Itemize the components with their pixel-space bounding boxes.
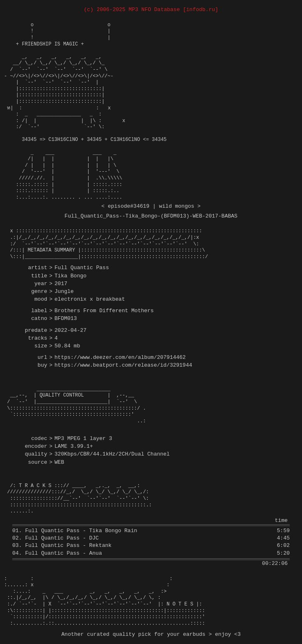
- year-value: 2017: [55, 280, 67, 288]
- track-row: 02. Full Quantic Pass - DJC 4:45: [12, 535, 290, 542]
- title-row: title > Tika Bongo: [12, 272, 290, 280]
- quality-value: 320Kbps/CBR/44.1kHz/2CH/Dual Channel: [55, 451, 170, 458]
- quality-row: quality > 320Kbps/CBR/44.1kHz/2CH/Dual C…: [12, 451, 290, 458]
- title-label: title: [12, 272, 49, 280]
- mood-row: mood > electronix x breakbeat: [12, 296, 290, 303]
- genre-row: genre > Jungle: [12, 288, 290, 295]
- source-label: source: [12, 459, 49, 466]
- tracks-total: 00:22:06: [12, 560, 290, 567]
- top-ascii-art: o o ! | ! | + FRIENDSHIP IS MAGIC + _, _…: [4, 16, 298, 201]
- label-value: Brothers From Different Mothers: [55, 307, 154, 315]
- codec-row: codec > MP3 MPEG 1 layer 3: [12, 435, 290, 442]
- url-label: url: [12, 354, 49, 361]
- artist-label: artist: [12, 264, 49, 272]
- track-4-title: 04. Full Quantic Pass - Anua: [12, 550, 102, 557]
- predate-value: 2022-04-27: [55, 327, 87, 334]
- bottom-ascii-art: : x : : : .....: <: [4, 643, 298, 644]
- episode-info: < episode#34619 | wild mongos >: [4, 203, 298, 210]
- predate-row: predate > 2022-04-27: [12, 327, 290, 334]
- size-value: 50.84 mb: [55, 342, 80, 350]
- size-label: size: [12, 342, 49, 350]
- buy-row: buy > https://www.beatport.com/release/i…: [12, 362, 290, 369]
- mood-label: mood: [12, 296, 49, 303]
- track-row: 01. Full Quantic Pass - Tika Bongo Rain …: [12, 527, 290, 535]
- source-value: WEB: [55, 459, 64, 466]
- label-label: label: [12, 307, 49, 315]
- url-row: url > https://www.deezer.com/en/album/20…: [12, 354, 290, 361]
- tracks-section: time 01. Full Quantic Pass - Tika Bongo …: [4, 517, 298, 567]
- encoder-row: encoder > LAME 3.99.1+: [12, 443, 290, 450]
- quality-section: codec > MP3 MPEG 1 layer 3 encoder > LAM…: [4, 435, 298, 466]
- notes-border-top: : : : :......: x : :....: _ ___ _, _, _,…: [4, 569, 298, 627]
- source-row: source > WEB: [12, 459, 290, 466]
- tracks-label: tracks: [12, 335, 49, 342]
- track-2-title: 02. Full Quantic Pass - DJC: [12, 535, 99, 542]
- title-value: Tika Bongo: [55, 272, 87, 280]
- mood-value: electronix x breakbeat: [55, 296, 125, 303]
- page-container: (c) 2006-2025 MP3 NFO Database [infodb.r…: [0, 4, 302, 644]
- time-header: time: [275, 517, 288, 524]
- tracks-header: time: [12, 517, 290, 525]
- quality-label: quality: [12, 451, 49, 458]
- track-3-time: 6:02: [269, 542, 290, 549]
- tracks-border-top: /: T R A C K S :::// ____, _,._, _, __,:…: [4, 470, 298, 515]
- catno-value: BFDM013: [55, 315, 77, 322]
- total-time: 00:22:06: [262, 560, 288, 567]
- year-label: year: [12, 280, 49, 288]
- genre-label: genre: [12, 288, 49, 295]
- release-name: Full_Quantic_Pass--Tika_Bongo-(BFDM013)-…: [4, 213, 298, 220]
- track-1-title: 01. Full Quantic Pass - Tika Bongo Rain: [12, 527, 137, 535]
- year-row: year > 2017: [12, 280, 290, 288]
- track-1-time: 5:59: [269, 527, 290, 535]
- copyright-text: (c) 2006-2025 MP3 NFO Database [infodb.r…: [4, 6, 298, 14]
- genre-value: Jungle: [55, 288, 74, 295]
- buy-label: buy: [12, 362, 49, 369]
- catno-label: catno: [12, 315, 49, 322]
- encoder-value: LAME 3.99.1+: [55, 443, 93, 450]
- label-row: label > Brothers From Different Mothers: [12, 307, 290, 315]
- catno-row: catno > BFDM013: [12, 315, 290, 322]
- quality-border-top: _________________________ __,--, | QUALI…: [4, 374, 298, 431]
- track-4-time: 5:20: [269, 550, 290, 557]
- codec-label: codec: [12, 435, 49, 442]
- metadata-border-top: x ::::::::::::::::::::::::::::::::::::::…: [4, 222, 298, 261]
- predate-label: predate: [12, 327, 49, 334]
- track-2-time: 4:45: [269, 535, 290, 542]
- track-row: 03. Full Quantic Pass - Rektank 6:02: [12, 542, 290, 549]
- buy-value: https://www.beatport.com/release/id/3291…: [55, 362, 192, 369]
- encoder-label: encoder: [12, 443, 49, 450]
- url-value: https://www.deezer.com/en/album/20791446…: [55, 354, 186, 361]
- notes-message: Another curated quality pick for your ea…: [4, 631, 298, 638]
- tracks-row: tracks > 4: [12, 335, 290, 342]
- track-row: 04. Full Quantic Pass - Anua 5:20: [12, 550, 290, 557]
- track-3-title: 03. Full Quantic Pass - Rektank: [12, 542, 112, 549]
- artist-value: Full Quantic Pass: [55, 264, 109, 272]
- tracks-value: 4: [55, 335, 58, 342]
- metadata-section: artist > Full Quantic Pass title > Tika …: [4, 264, 298, 369]
- size-row: size > 50.84 mb: [12, 342, 290, 350]
- artist-row: artist > Full Quantic Pass: [12, 264, 290, 272]
- codec-value: MP3 MPEG 1 layer 3: [55, 435, 112, 442]
